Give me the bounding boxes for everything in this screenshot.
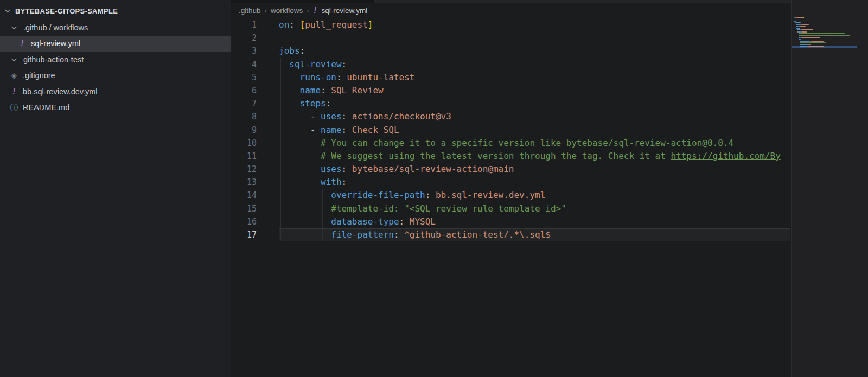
tree-item-readme.md[interactable]: ⓘREADME.md: [0, 100, 231, 116]
indent-guide: [312, 163, 312, 176]
code-line-3[interactable]: 3jobs:: [231, 44, 790, 57]
line-number: 5: [231, 71, 257, 84]
code-line-content: override-file-path: bb.sql-review.dev.ym…: [279, 189, 790, 202]
line-number: 12: [231, 163, 257, 176]
indent-guide: [291, 84, 291, 97]
minimap-line: [800, 46, 807, 47]
line-number: 13: [231, 176, 257, 189]
comment-link[interactable]: https://github.com/By: [671, 151, 780, 161]
breadcrumb-item-workflows[interactable]: workflows: [271, 7, 303, 15]
code-line-5[interactable]: 5 runs-on: ubuntu-latest: [231, 71, 790, 84]
minimap-line: [802, 31, 807, 33]
breadcrumb-item-.github[interactable]: .github: [239, 7, 261, 15]
active-tab-edge: [231, 0, 374, 3]
code-line-9[interactable]: 9 - name: Check SQL: [231, 124, 790, 137]
indent-guide: [280, 58, 281, 71]
indent-guide: [291, 189, 291, 202]
code-line-content: [279, 31, 790, 44]
minimap-line: [796, 28, 799, 29]
breadcrumb-separator-icon: ›: [265, 7, 267, 15]
code-line-2[interactable]: 2: [231, 31, 790, 44]
tree-item-.github-workflows[interactable]: .github / workflows: [0, 20, 231, 36]
minimap[interactable]: [791, 0, 868, 377]
line-number: 2: [231, 31, 257, 44]
code-line-content: database-type: MYSQL: [279, 215, 790, 228]
git-icon: ◈: [10, 71, 18, 80]
line-number: 1: [231, 18, 257, 31]
code-line-14[interactable]: 14 override-file-path: bb.sql-review.dev…: [231, 189, 790, 202]
code-line-content: name: SQL Review: [279, 84, 790, 97]
code-line-content: #template-id: "<SQL review rule template…: [279, 202, 790, 215]
indent-guide: [322, 189, 323, 202]
chevron-down-icon: [10, 55, 18, 64]
code-line-7[interactable]: 7 steps:: [231, 97, 790, 110]
code-editor[interactable]: 1on: [pull_request]23jobs:4 sql-review:5…: [231, 18, 790, 377]
tree-item-sql-review.yml[interactable]: !sql-review.yml: [0, 36, 231, 52]
line-number: 17: [231, 228, 257, 241]
indent-guide: [280, 176, 281, 189]
indent-guide: [280, 228, 281, 241]
sidebar-explorer: BYTEBASE-GITOPS-SAMPLE .github / workflo…: [0, 0, 231, 377]
minimap-line: [801, 24, 809, 25]
indent-guide: [280, 163, 281, 176]
code-line-content: file-pattern: ^github-action-test/.*\.sq…: [279, 228, 790, 241]
tree-item-label: sql-review.yml: [31, 39, 80, 48]
code-line-13[interactable]: 13 with:: [231, 176, 790, 189]
explorer-project-header[interactable]: BYTEBASE-GITOPS-SAMPLE: [0, 0, 231, 22]
indent-guide: [280, 124, 281, 137]
line-number: 4: [231, 58, 257, 71]
minimap-line: [808, 46, 824, 47]
minimap-line: [796, 26, 798, 27]
tree-item-.gitignore[interactable]: ◈.gitignore: [0, 68, 231, 84]
minimap-line: [796, 24, 800, 25]
code-line-16[interactable]: 16 database-type: MYSQL: [231, 215, 790, 228]
minimap-line: [796, 21, 796, 22]
indent-guide: [291, 163, 291, 176]
yaml-icon: !: [10, 87, 18, 97]
tree-item-github-action-test[interactable]: github-action-test: [0, 52, 231, 68]
code-line-6[interactable]: 6 name: SQL Review: [231, 84, 790, 97]
code-line-8[interactable]: 8 - uses: actions/checkout@v3: [231, 110, 790, 123]
tree-item-label: .github / workflows: [23, 23, 88, 32]
indent-guide: [312, 189, 312, 202]
minimap-line: [838, 35, 850, 36]
indent-guide: [302, 150, 302, 163]
line-number: 3: [231, 44, 257, 57]
indent-guide: [280, 150, 281, 163]
line-number: 8: [231, 110, 257, 123]
indent-guide: [291, 202, 291, 215]
minimap-line: [803, 17, 804, 18]
minimap-line: [801, 39, 801, 40]
code-line-4[interactable]: 4 sql-review:: [231, 58, 790, 71]
line-number: 6: [231, 84, 257, 97]
code-line-10[interactable]: 10 # You can change it to a specific ver…: [231, 137, 790, 150]
code-line-1[interactable]: 1on: [pull_request]: [231, 18, 790, 31]
line-number: 7: [231, 97, 257, 110]
code-line-content: - name: Check SQL: [279, 124, 790, 137]
indent-guide: [291, 110, 291, 123]
indent-guide: [302, 163, 302, 176]
code-line-15[interactable]: 15 #template-id: "<SQL review rule templ…: [231, 202, 790, 215]
indent-guide: [302, 176, 302, 189]
indent-guide: [322, 215, 323, 228]
line-number: 11: [231, 150, 257, 163]
code-line-17[interactable]: 17 file-pattern: ^github-action-test/.*\…: [231, 228, 790, 241]
indent-guide: [312, 176, 312, 189]
code-line-content: uses: bytebase/sql-review-action@main: [279, 163, 790, 176]
tree-item-bb.sql-review.dev.yml[interactable]: !bb.sql-review.dev.yml: [0, 84, 231, 100]
minimap-line: [802, 37, 820, 38]
yaml-icon: !: [18, 39, 27, 48]
code-line-11[interactable]: 11 # We suggest using the latest version…: [231, 150, 790, 163]
indent-guide: [291, 150, 291, 163]
chevron-down-icon: [10, 23, 18, 32]
code-line-12[interactable]: 12 uses: bytebase/sql-review-action@main: [231, 163, 790, 176]
minimap-line: [796, 17, 803, 18]
tree-indent-guide: [15, 36, 15, 52]
minimap-line: [800, 26, 806, 27]
breadcrumb-item-sql-review.yml[interactable]: sql-review.yml: [322, 7, 368, 15]
breadcrumb-separator-icon: ›: [307, 7, 309, 15]
code-line-content: steps:: [279, 97, 790, 110]
code-line-content: with:: [279, 176, 790, 189]
indent-guide: [312, 215, 312, 228]
minimap-line: [801, 22, 801, 23]
